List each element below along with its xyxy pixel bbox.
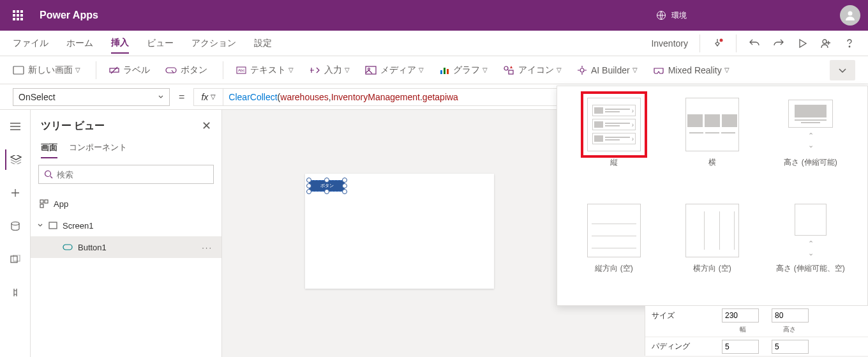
play-icon[interactable] [797, 38, 808, 49]
share-icon[interactable] [819, 37, 832, 50]
help-icon[interactable] [844, 38, 855, 49]
input-icon [309, 66, 320, 75]
rail-media-icon[interactable] [5, 249, 26, 270]
gallery-flex-label: 高さ (伸縮可能) [784, 158, 837, 168]
gallery-blank-horizontal[interactable]: 横方向 (空) [663, 204, 761, 294]
gallery-blank-flexible[interactable]: ⌃⌄ 高さ (伸縮可能、空) [761, 204, 860, 294]
gallery-blank-v-label: 縦方向 (空) [595, 264, 632, 274]
menu-bar: ファイル ホーム 挿入 ビュー アクション 設定 Inventory [0, 31, 868, 56]
ai-icon [577, 65, 587, 75]
health-icon[interactable] [712, 37, 724, 50]
app-title: Power Apps [40, 10, 98, 21]
ribbon-input[interactable]: 入力▽ [309, 65, 350, 76]
tab-screens[interactable]: 画面 [41, 138, 57, 158]
ribbon-text-label: テキスト [250, 65, 286, 76]
tree-search[interactable] [38, 165, 214, 184]
close-icon[interactable]: ✕ [202, 119, 211, 133]
gallery-blank-vertical[interactable]: 縦方向 (空) [565, 204, 663, 294]
svg-text:Abc: Abc [238, 68, 244, 72]
svg-point-2 [720, 38, 723, 42]
fx-button[interactable]: fx▽ [193, 88, 223, 106]
more-icon[interactable]: ··· [202, 243, 213, 252]
ribbon-chart[interactable]: グラフ▽ [439, 65, 488, 76]
rail-tools-icon[interactable] [5, 282, 26, 303]
app-name[interactable]: Inventory [651, 38, 688, 49]
ribbon-button-text: ボタン [181, 65, 207, 76]
prop-padding-top-input[interactable] [722, 340, 759, 354]
label-icon [109, 65, 119, 75]
ribbon-input-label: 入力 [324, 65, 342, 76]
undo-icon[interactable] [748, 37, 761, 50]
chart-icon [439, 66, 449, 75]
menu-settings[interactable]: 設定 [254, 34, 272, 53]
svg-rect-12 [440, 70, 442, 74]
gallery-vertical-icon: › › › [587, 98, 641, 151]
mr-icon [653, 66, 664, 75]
menu-file[interactable]: ファイル [13, 34, 49, 53]
chevron-down-icon [37, 222, 43, 229]
canvas-button-control[interactable]: ボタン [309, 180, 345, 192]
rail-hamburger-icon[interactable] [5, 116, 26, 137]
canvas-button-label: ボタン [320, 183, 334, 189]
menu-insert[interactable]: 挿入 [111, 33, 129, 54]
screen-icon [49, 222, 57, 229]
media-icon [365, 66, 377, 75]
chevron-down-icon [158, 94, 164, 100]
rail-insert-icon[interactable] [5, 183, 26, 203]
ribbon-media[interactable]: メディア▽ [365, 65, 424, 76]
svg-rect-7 [166, 68, 176, 73]
app-launcher-icon[interactable] [8, 5, 28, 26]
user-avatar[interactable] [840, 5, 860, 26]
menu-home[interactable]: ホーム [66, 34, 93, 53]
svg-rect-22 [40, 200, 43, 203]
ribbon-icon-label: アイコン [518, 65, 554, 76]
property-dropdown[interactable]: OnSelect [13, 88, 170, 106]
prop-width-sublabel: 幅 [740, 325, 746, 334]
prop-height-input[interactable] [772, 308, 809, 323]
svg-rect-23 [45, 200, 48, 203]
svg-point-17 [580, 68, 584, 72]
redo-icon[interactable] [772, 37, 785, 50]
ribbon-ai-label: AI Builder [591, 65, 630, 75]
prop-padding-bottom-input[interactable] [772, 340, 809, 354]
ribbon-label[interactable]: ラベル [109, 65, 150, 76]
gallery-flexible-height[interactable]: ⌃⌄ 高さ (伸縮可能) [761, 98, 860, 188]
ribbon-label-text: ラベル [123, 65, 150, 76]
ribbon-mixed-reality[interactable]: Mixed Reality▽ [653, 65, 730, 75]
menu-action[interactable]: アクション [191, 34, 236, 53]
tree-node-screen1[interactable]: Screen1 [31, 215, 221, 236]
globe-icon [656, 10, 666, 20]
gallery-blank-h-label: 横方向 (空) [693, 264, 731, 274]
svg-rect-24 [40, 204, 43, 208]
ribbon-text[interactable]: Abc テキスト▽ [236, 65, 294, 76]
tree-view-panel: ツリー ビュー ✕ 画面 コンポーネント App Screen1 Button1 [31, 110, 222, 357]
ribbon-expand-button[interactable] [830, 60, 855, 80]
ribbon-chart-label: グラフ [453, 65, 480, 76]
svg-rect-13 [444, 68, 445, 74]
prop-size-label: サイズ [652, 310, 722, 321]
ribbon-ai-builder[interactable]: AI Builder▽ [577, 65, 638, 75]
prop-width-input[interactable] [722, 308, 759, 323]
tree-search-input[interactable] [57, 170, 208, 179]
svg-rect-14 [447, 69, 449, 74]
text-icon: Abc [236, 66, 246, 74]
equals-sign: = [179, 91, 184, 103]
rail-tree-icon[interactable] [5, 149, 26, 170]
ribbon-button[interactable]: ボタン [165, 65, 207, 76]
design-canvas[interactable]: ボタン [305, 174, 494, 289]
ribbon-icon[interactable]: アイコン▽ [503, 65, 562, 76]
ribbon-new-screen-label: 新しい画面 [28, 65, 73, 76]
gallery-vertical[interactable]: › › › 縦 [565, 98, 663, 188]
ribbon-new-screen[interactable]: 新しい画面▽ [13, 65, 80, 76]
tree-node-app[interactable]: App [31, 193, 221, 215]
screen-icon [13, 66, 24, 75]
rail-data-icon[interactable] [5, 216, 26, 236]
gallery-blank-flex-label: 高さ (伸縮可能、空) [776, 264, 844, 274]
tab-components[interactable]: コンポーネント [69, 138, 127, 158]
tree-node-button1[interactable]: Button1 ··· [31, 236, 221, 258]
gallery-horizontal[interactable]: 横 [663, 98, 761, 188]
environment-picker[interactable]: 環境 [656, 10, 687, 21]
gallery-blank-h-icon [685, 204, 739, 257]
menu-view[interactable]: ビュー [147, 34, 174, 53]
tree-node-app-label: App [54, 199, 68, 209]
